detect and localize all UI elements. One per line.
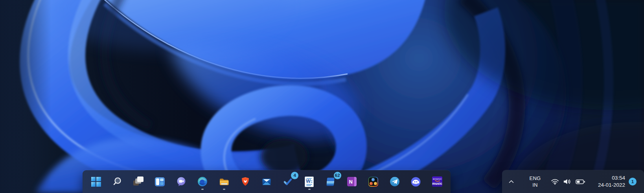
discord-icon <box>410 176 421 187</box>
language-line1: ENG <box>526 175 544 182</box>
amazon-music-icon: amazon music <box>432 176 442 187</box>
clock-time: 03:54 <box>598 175 625 182</box>
striped-flag-icon <box>326 178 335 186</box>
notification-count-badge[interactable]: 1 <box>629 178 637 186</box>
wifi-button[interactable] <box>551 178 559 185</box>
show-hidden-icons-button[interactable] <box>505 174 517 189</box>
volume-button[interactable] <box>563 178 572 185</box>
amazon-music-line2: music <box>432 182 442 186</box>
onenote-button[interactable]: N <box>343 172 361 191</box>
edge-button[interactable] <box>194 172 211 191</box>
amazon-music-button[interactable]: amazon music <box>429 172 446 191</box>
battery-icon <box>576 179 585 184</box>
todo-badge: 4 <box>291 172 298 179</box>
discord-button[interactable] <box>407 172 425 191</box>
search-button[interactable] <box>109 172 126 191</box>
brave-button[interactable] <box>237 172 254 191</box>
onenote-letter: N <box>349 179 353 185</box>
onenote-icon: N <box>347 177 357 186</box>
wifi-icon <box>551 178 559 185</box>
clock-date: 24-01-2022 <box>598 182 625 189</box>
telegram-button[interactable] <box>386 172 403 191</box>
mail-icon <box>261 177 272 186</box>
windows-desktop: { "desktop": { "colors": { "wallpaper_br… <box>0 0 644 193</box>
widgets-icon <box>155 177 165 186</box>
taskbar-tray-island: ENG IN 03:54 24-01-202 <box>502 170 644 193</box>
taskbar-main-island: 4 W 62 N <box>83 170 451 193</box>
word-document-icon: W <box>305 176 314 187</box>
edge-running-indicator <box>201 189 204 190</box>
chat-icon <box>176 176 186 187</box>
language-indicator[interactable]: ENG IN <box>526 175 544 188</box>
folder-icon <box>219 177 229 186</box>
get-started-badge: 62 <box>334 172 341 179</box>
widgets-button[interactable] <box>151 172 169 191</box>
word-running-indicator <box>308 189 311 190</box>
edge-icon <box>197 176 208 187</box>
to-do-button[interactable]: 4 <box>279 172 296 191</box>
chevron-up-icon <box>509 180 514 183</box>
davinci-resolve-button[interactable] <box>364 172 382 191</box>
mail-button[interactable] <box>258 172 275 191</box>
davinci-resolve-icon <box>368 177 378 187</box>
task-view-icon <box>133 176 144 187</box>
start-button[interactable] <box>87 172 105 191</box>
file-explorer-button[interactable] <box>215 172 233 191</box>
telegram-icon <box>390 176 400 187</box>
windows-logo-icon <box>91 177 101 187</box>
language-line2: IN <box>526 182 544 188</box>
word-button[interactable]: W <box>301 172 318 191</box>
todo-check-icon <box>283 176 293 187</box>
chat-button[interactable] <box>173 172 190 191</box>
wallpaper-bloom <box>0 0 644 193</box>
search-icon <box>112 176 122 187</box>
clock[interactable]: 03:54 24-01-2022 <box>598 175 625 189</box>
speaker-icon <box>563 178 572 185</box>
task-view-button[interactable] <box>130 172 147 191</box>
brave-icon <box>240 176 250 187</box>
file-explorer-running-indicator <box>223 189 225 190</box>
battery-button[interactable] <box>576 179 585 184</box>
get-started-button[interactable]: 62 <box>322 172 339 191</box>
word-letter: W <box>306 179 311 184</box>
